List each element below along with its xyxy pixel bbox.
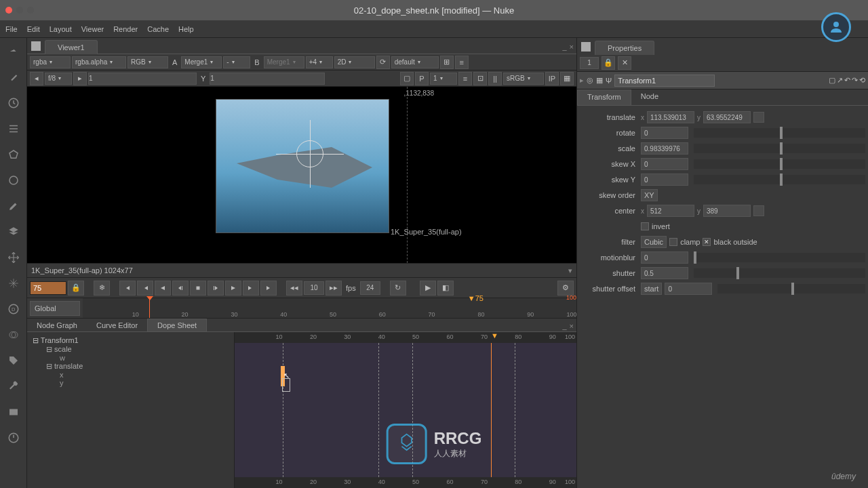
alpha-select[interactable]: rgba.alpha bbox=[72, 56, 126, 68]
step-fwd-button[interactable] bbox=[208, 281, 224, 296]
tab-nodegraph[interactable]: Node Graph bbox=[27, 319, 87, 331]
polygon-icon[interactable] bbox=[5, 146, 22, 163]
clock-icon[interactable] bbox=[5, 95, 22, 111]
step-back-button[interactable] bbox=[172, 281, 189, 296]
tab-node[interactable]: Node bbox=[631, 89, 668, 105]
ip-button[interactable]: IP bbox=[545, 72, 559, 85]
color-icon[interactable]: ▢ bbox=[829, 76, 835, 85]
downrez-select[interactable]: 1 bbox=[430, 73, 457, 85]
center-y-input[interactable] bbox=[703, 205, 751, 217]
sparkle-icon[interactable] bbox=[5, 275, 22, 291]
dope-playhead[interactable] bbox=[491, 343, 492, 477]
range-select[interactable]: Global bbox=[30, 301, 80, 316]
pause-icon[interactable]: || bbox=[488, 72, 502, 85]
arrow-right-icon[interactable] bbox=[5, 43, 22, 60]
tree-leaf-x[interactable]: x bbox=[60, 371, 229, 379]
tag-icon[interactable] bbox=[5, 352, 22, 369]
format-bar[interactable]: 1K_Super_35(full-ap) 1024x77 ▾ bbox=[27, 263, 576, 278]
window-controls[interactable] bbox=[5, 7, 34, 14]
circle-icon[interactable] bbox=[5, 172, 22, 188]
undo-node-icon[interactable]: ↶ bbox=[844, 76, 850, 85]
move-icon[interactable] bbox=[5, 249, 22, 266]
tab-transform[interactable]: Transform bbox=[577, 89, 631, 105]
roi-icon[interactable]: ▢ bbox=[400, 72, 414, 85]
timeline[interactable]: Global ▼75 100 10 20 30 40 50 60 70 80 9… bbox=[27, 298, 576, 319]
roi-play-icon[interactable]: ◧ bbox=[437, 281, 454, 296]
minimize-panel-icon[interactable]: _ bbox=[562, 43, 566, 51]
dope-grid[interactable]: 10 20 30 40 50 60 70 80 90 100 10 20 bbox=[235, 332, 576, 488]
menu-viewer[interactable]: Viewer bbox=[81, 25, 104, 33]
motionblur-slider[interactable] bbox=[694, 253, 865, 262]
node-info-icon[interactable]: ▦ bbox=[596, 76, 603, 85]
b-input-select[interactable]: Merge1 bbox=[264, 56, 304, 68]
keyframe[interactable] bbox=[283, 343, 283, 477]
tab-viewer1[interactable]: Viewer1 bbox=[45, 40, 98, 54]
panel-count-input[interactable] bbox=[580, 57, 599, 69]
skeworder-select[interactable]: XY bbox=[641, 189, 658, 201]
close-bottom-icon[interactable]: × bbox=[570, 322, 574, 330]
collapse-node-icon[interactable]: ▸ bbox=[580, 76, 584, 85]
play-button[interactable] bbox=[225, 281, 241, 296]
keyframe[interactable] bbox=[378, 343, 379, 477]
dope-tree[interactable]: ⊟ Transform1 ⊟ scale w ⊟ translate x y bbox=[27, 332, 235, 488]
proxy-icon[interactable]: P bbox=[415, 72, 429, 85]
folder-icon[interactable] bbox=[5, 404, 22, 420]
rotate-slider[interactable] bbox=[694, 128, 865, 138]
close-icon[interactable] bbox=[5, 7, 12, 14]
fstop-select[interactable]: f/8 bbox=[45, 73, 72, 85]
2d-select[interactable]: 2D bbox=[334, 56, 375, 68]
tree-node-transform[interactable]: ⊟ Transform1 bbox=[33, 336, 229, 345]
menu-edit[interactable]: Edit bbox=[27, 25, 40, 33]
skip-back-button[interactable]: ◂◂ bbox=[286, 281, 302, 296]
prev-key-button[interactable] bbox=[137, 281, 153, 296]
chevron-down-icon[interactable]: ▾ bbox=[568, 266, 572, 275]
brush-icon[interactable] bbox=[5, 69, 22, 85]
close-panel-icon[interactable]: × bbox=[570, 43, 574, 51]
wrench-icon[interactable] bbox=[5, 378, 22, 394]
tree-leaf-w[interactable]: w bbox=[60, 354, 229, 362]
translate-anim-icon[interactable] bbox=[753, 112, 764, 123]
center-x-input[interactable] bbox=[647, 205, 694, 217]
layers-icon[interactable] bbox=[5, 224, 22, 240]
keyframe[interactable] bbox=[515, 343, 515, 477]
translate-x-input[interactable] bbox=[647, 111, 694, 123]
tab-dope-sheet[interactable]: Dope Sheet bbox=[147, 319, 207, 331]
scale-slider[interactable] bbox=[694, 144, 865, 153]
grid-icon[interactable]: ⊞ bbox=[440, 56, 454, 69]
snap-icon[interactable]: ❄ bbox=[94, 281, 110, 296]
current-frame-input[interactable] bbox=[30, 281, 66, 295]
shutteroffset-select[interactable]: start bbox=[641, 283, 662, 295]
menu-help[interactable]: Help bbox=[178, 25, 194, 33]
a-input-select[interactable]: Merge1 bbox=[181, 56, 222, 68]
gamma-input[interactable] bbox=[88, 73, 197, 85]
fps-input[interactable] bbox=[360, 281, 380, 295]
double-circle-icon[interactable] bbox=[5, 327, 22, 343]
tree-leaf-y[interactable]: y bbox=[60, 379, 229, 387]
handles-select[interactable]: default bbox=[391, 56, 439, 68]
viewer-handle-icon[interactable] bbox=[31, 41, 41, 51]
loop-icon[interactable]: ↻ bbox=[390, 281, 406, 296]
skewy-input[interactable] bbox=[641, 174, 688, 186]
skip-fwd-button[interactable]: ▸▸ bbox=[326, 281, 342, 296]
pen-icon[interactable] bbox=[5, 198, 22, 214]
shutter-slider[interactable] bbox=[694, 268, 865, 278]
redo-node-icon[interactable]: ↷ bbox=[852, 76, 858, 85]
power-icon[interactable] bbox=[5, 430, 22, 446]
exposure-select[interactable]: +4 bbox=[306, 56, 333, 68]
maximize-icon[interactable] bbox=[27, 7, 34, 14]
export-icon[interactable]: ↗ bbox=[837, 76, 843, 85]
wipe-select[interactable]: - bbox=[223, 56, 250, 68]
shutteroffset-val-input[interactable] bbox=[665, 283, 712, 295]
colorspace-select[interactable]: RGB bbox=[127, 56, 168, 68]
node-script-icon[interactable]: Ψ bbox=[606, 77, 612, 85]
clamp-checkbox[interactable] bbox=[669, 238, 677, 246]
filter-select[interactable]: Cubic bbox=[641, 236, 667, 248]
flipbook-icon[interactable]: ▶ bbox=[420, 281, 436, 296]
zebra-icon[interactable]: ≡ bbox=[458, 72, 472, 85]
menu-file[interactable]: File bbox=[5, 25, 18, 33]
d-circle-icon[interactable]: D bbox=[5, 301, 22, 317]
first-frame-button[interactable] bbox=[119, 281, 136, 296]
next-icon[interactable]: ▸ bbox=[73, 72, 87, 85]
node-name-input[interactable] bbox=[614, 75, 715, 87]
tab-properties[interactable]: Properties bbox=[595, 41, 654, 55]
